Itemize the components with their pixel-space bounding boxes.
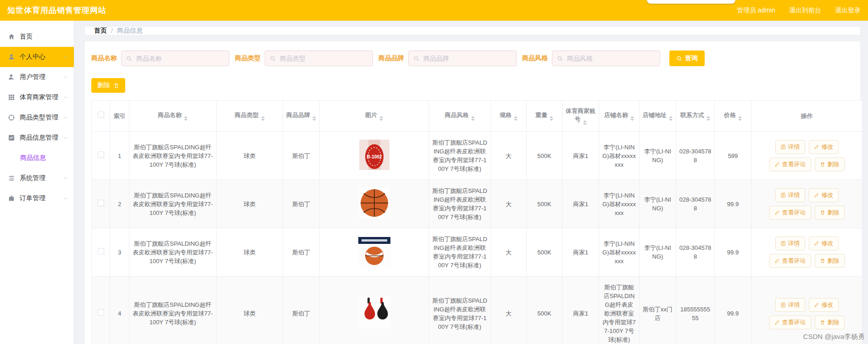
edit-button[interactable]: 修改 [809, 237, 839, 250]
column-header-merchant[interactable]: 体育商家账号 [562, 101, 599, 132]
edit-button[interactable]: 修改 [809, 298, 839, 312]
sidebar-item-user-management[interactable]: 用户管理 [0, 67, 74, 87]
cell-index: 3 [110, 228, 129, 276]
breadcrumb-home-link[interactable]: 首页 [94, 27, 107, 35]
detail-button[interactable]: 详情 [775, 237, 805, 250]
product-type-input[interactable] [279, 54, 368, 62]
column-header-index: 索引 [110, 101, 129, 132]
detail-button[interactable]: 详情 [775, 188, 805, 202]
sidebar-item-merchant-management[interactable]: 体育商家管理 [0, 87, 74, 107]
sort-icon[interactable] [707, 116, 710, 121]
trash-icon [820, 320, 825, 325]
cell-merchant: 商家1 [562, 132, 599, 180]
column-header-shop_address[interactable]: 店铺地址 [640, 101, 676, 132]
edit-button[interactable]: 修改 [809, 140, 839, 154]
cell-brand: 斯伯丁 [283, 180, 320, 228]
sidebar-item-order-management[interactable]: 订单管理 [0, 188, 74, 209]
sidebar-item-system-management[interactable]: 系统管理 [0, 168, 74, 188]
delete-row-button[interactable]: 删除 [815, 254, 845, 268]
product-name-input[interactable] [135, 54, 224, 62]
product-image [358, 296, 390, 328]
cell-spec: 大 [491, 276, 527, 344]
cell-weight: 500K [527, 228, 562, 276]
chevron-down-icon [63, 196, 68, 201]
column-header-weight[interactable]: 重量 [527, 101, 562, 132]
detail-button[interactable]: 详情 [775, 298, 805, 312]
view-comments-button[interactable]: 查看评论 [769, 316, 811, 329]
sidebar-item-product-type-management[interactable]: 商品类型管理 [0, 107, 74, 128]
sidebar-item-personal-center[interactable]: 个人中心 [0, 47, 74, 67]
chevron-down-icon [63, 54, 68, 60]
delete-row-button[interactable]: 删除 [815, 158, 845, 171]
chart-icon [7, 134, 15, 142]
sort-icon[interactable] [550, 116, 553, 121]
pencil-icon [774, 320, 780, 325]
sort-icon[interactable] [669, 116, 673, 121]
filter-label: 商品风格 [522, 54, 548, 62]
sort-icon[interactable] [738, 116, 742, 121]
column-header-type[interactable]: 商品类型 [217, 101, 283, 132]
cell-checkbox [92, 276, 110, 344]
batch-delete-button[interactable]: 删除 [91, 78, 125, 93]
cell-checkbox [92, 180, 110, 228]
pencil-icon [774, 210, 780, 215]
row-checkbox[interactable] [98, 152, 104, 158]
column-header-price[interactable]: 价格 [715, 101, 751, 132]
sidebar-item-product-info-management[interactable]: 商品信息管理 [0, 128, 74, 148]
breadcrumb: 首页 / 商品信息 [85, 27, 860, 35]
row-checkbox[interactable] [98, 248, 104, 254]
column-header-spec[interactable]: 规格 [491, 101, 527, 132]
cell-image [320, 228, 429, 276]
view-comments-button[interactable]: 查看评论 [769, 254, 811, 268]
sidebar-item-label: 商品类型管理 [20, 113, 58, 122]
sort-icon[interactable] [630, 116, 634, 121]
sort-icon[interactable] [261, 116, 265, 121]
exit-to-front-link[interactable]: 退出到前台 [789, 6, 821, 15]
filter-group-product-brand: 商品品牌 [378, 51, 517, 66]
filter-row: 商品名称 商品类型 商品品牌 [91, 51, 854, 66]
sidebar-subitem-label: 商品信息 [20, 154, 46, 162]
view-comments-button[interactable]: 查看评论 [769, 158, 811, 171]
sort-icon[interactable] [514, 116, 517, 121]
sidebar-subitem-product-info[interactable]: 商品信息 [0, 148, 74, 168]
delete-row-button[interactable]: 删除 [815, 316, 845, 329]
cell-contact: 028-3045788 [676, 132, 715, 180]
sidebar-item-home[interactable]: 首页 [0, 27, 74, 47]
sort-icon[interactable] [379, 116, 383, 121]
row-checkbox[interactable] [98, 200, 104, 206]
cell-image [320, 180, 429, 228]
edit-button[interactable]: 修改 [809, 188, 839, 202]
sort-icon[interactable] [471, 116, 475, 121]
search-button[interactable]: 查询 [669, 51, 705, 66]
cell-weight: 500K [527, 132, 562, 180]
row-checkbox[interactable] [98, 309, 104, 316]
cell-spec: 大 [491, 180, 527, 228]
cell-price: 99.9 [715, 276, 751, 344]
column-header-brand[interactable]: 商品品牌 [283, 101, 320, 132]
logout-link[interactable]: 退出登录 [835, 6, 861, 15]
sort-icon[interactable] [583, 120, 587, 125]
cell-merchant: 商家1 [562, 276, 599, 344]
column-header-image[interactable]: 图片 [320, 101, 429, 132]
compass-icon [7, 114, 15, 122]
breadcrumb-separator: / [111, 27, 113, 34]
column-header-style[interactable]: 商品风格 [429, 101, 491, 132]
product-style-input[interactable] [566, 54, 655, 62]
select-all-checkbox[interactable] [98, 112, 104, 118]
column-label: 店铺地址 [643, 112, 667, 118]
chevron-up-icon [63, 135, 68, 141]
sort-icon[interactable] [184, 116, 188, 121]
product-brand-input[interactable] [423, 54, 512, 62]
column-header-contact[interactable]: 联系方式 [676, 101, 715, 132]
cell-checkbox [92, 132, 110, 180]
column-label: 联系方式 [680, 112, 704, 118]
column-header-name[interactable]: 商品名称 [129, 101, 217, 132]
detail-button[interactable]: 详情 [775, 140, 805, 154]
view-comments-button[interactable]: 查看评论 [769, 206, 811, 220]
cell-shop_name: 李宁(LI-NING)器材xxxxxxxx [599, 228, 640, 276]
trash-icon [820, 210, 825, 215]
delete-row-button[interactable]: 删除 [815, 206, 845, 220]
sidebar-item-label: 商品信息管理 [20, 134, 58, 142]
column-header-shop_name[interactable]: 店铺名称 [599, 101, 640, 132]
sort-icon[interactable] [312, 116, 316, 121]
